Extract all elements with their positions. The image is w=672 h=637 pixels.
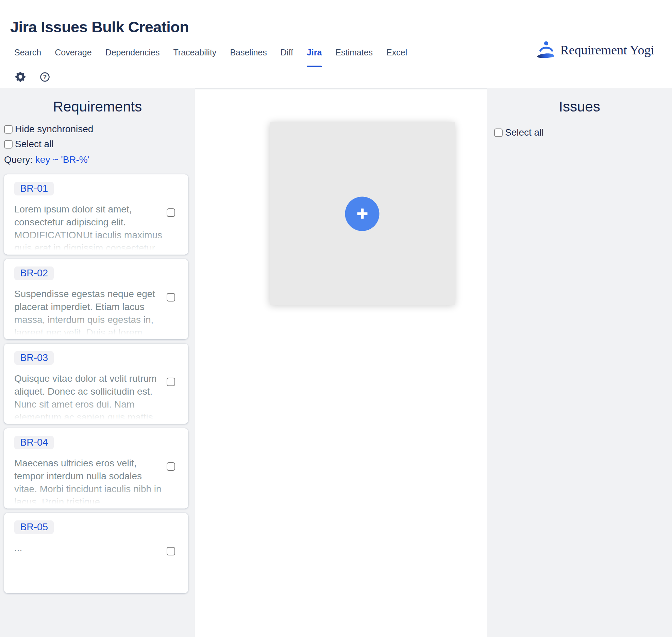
brand[interactable]: Requirement Yogi: [537, 41, 654, 59]
tab-dependencies[interactable]: Dependencies: [105, 47, 160, 58]
requirement-text: Suspendisse egestas neque eget placerat …: [14, 288, 165, 339]
issues-select-all-label: Select all: [505, 127, 544, 138]
requirement-text-visible: Quisque vitae dolor at velit rutrum aliq…: [14, 373, 157, 410]
requirements-title: Requirements: [0, 88, 195, 115]
settings-button[interactable]: [15, 72, 26, 82]
tab-search[interactable]: Search: [14, 47, 41, 58]
requirement-card: BR-04 Maecenas ultricies eros velit, tem…: [4, 428, 188, 509]
canvas-column: [195, 88, 487, 637]
requirements-select-all-label: Select all: [15, 139, 54, 150]
page-title: Jira Issues Bulk Creation: [10, 18, 189, 36]
requirement-checkbox[interactable]: [167, 208, 175, 217]
requirement-checkbox[interactable]: [167, 378, 175, 386]
requirement-text-visible: ...: [14, 543, 22, 553]
tab-diff[interactable]: Diff: [281, 47, 293, 58]
add-issue-button[interactable]: [345, 196, 380, 231]
hide-synchronised-checkbox[interactable]: [4, 125, 13, 134]
brand-name: Requirement Yogi: [560, 42, 654, 57]
gear-icon: [15, 72, 26, 82]
query-label: Query:: [4, 154, 33, 165]
query-link[interactable]: key ~ 'BR-%': [35, 154, 89, 165]
requirement-card: BR-03 Quisque vitae dolor at velit rutru…: [4, 344, 188, 424]
tab-jira[interactable]: Jira: [307, 47, 322, 58]
svg-text:?: ?: [43, 74, 47, 81]
requirements-select-all-checkbox[interactable]: [4, 140, 13, 149]
requirement-key-badge: BR-01: [14, 182, 54, 195]
requirement-checkbox[interactable]: [167, 547, 175, 555]
tab-excel[interactable]: Excel: [386, 47, 407, 58]
requirement-text: ...: [14, 541, 165, 593]
tab-baselines[interactable]: Baselines: [230, 47, 267, 58]
issue-drop-zone: [270, 122, 455, 305]
requirement-card: BR-02 Suspendisse egestas neque eget pla…: [4, 259, 188, 339]
requirement-text-faded: quis erat in dignissim consectetur.: [14, 243, 157, 253]
requirement-key-badge: BR-02: [14, 266, 54, 280]
requirement-key-badge: BR-03: [14, 351, 54, 365]
tab-coverage[interactable]: Coverage: [55, 47, 91, 58]
requirement-key-badge: BR-05: [14, 520, 54, 534]
main-nav: Search Coverage Dependencies Traceabilit…: [14, 47, 407, 58]
hide-synchronised-label: Hide synchronised: [15, 124, 93, 135]
requirement-text-visible: Lorem ipsum dolor sit amet, consectetur …: [14, 204, 162, 240]
requirement-text-faded: laoreet nec velit. Duis at lorem.: [14, 327, 145, 338]
requirement-key-badge: BR-04: [14, 436, 54, 449]
issues-panel: Issues Select all: [487, 88, 672, 637]
requirement-checkbox[interactable]: [167, 462, 175, 471]
requirement-card-list: BR-01 Lorem ipsum dolor sit amet, consec…: [4, 174, 188, 593]
requirement-text-visible: Suspendisse egestas neque eget placerat …: [14, 289, 155, 325]
requirements-panel: Requirements Hide synchronised Select al…: [0, 88, 195, 637]
requirement-text: Lorem ipsum dolor sit amet, consectetur …: [14, 203, 165, 255]
requirement-text-faded: elementum ac sapien quis mattis.: [14, 412, 156, 423]
query-line: Query: key ~ 'BR-%': [4, 154, 195, 165]
tab-estimates[interactable]: Estimates: [335, 47, 373, 58]
requirement-checkbox[interactable]: [167, 293, 175, 302]
yogi-icon: [537, 41, 555, 59]
issues-title: Issues: [487, 88, 672, 115]
question-circle-icon: ?: [40, 72, 50, 82]
requirement-text: Quisque vitae dolor at velit rutrum aliq…: [14, 372, 165, 424]
requirement-text: Maecenas ultricies eros velit, tempor in…: [14, 457, 165, 509]
issues-select-all-checkbox[interactable]: [494, 128, 503, 137]
requirement-card: BR-01 Lorem ipsum dolor sit amet, consec…: [4, 174, 188, 255]
header-icons: ?: [15, 72, 50, 82]
help-button[interactable]: ?: [40, 72, 50, 82]
tab-traceability[interactable]: Traceability: [173, 47, 216, 58]
requirement-text-visible: Maecenas ultricies eros velit, tempor in…: [14, 458, 142, 494]
requirement-card: BR-05 ...: [4, 513, 188, 593]
